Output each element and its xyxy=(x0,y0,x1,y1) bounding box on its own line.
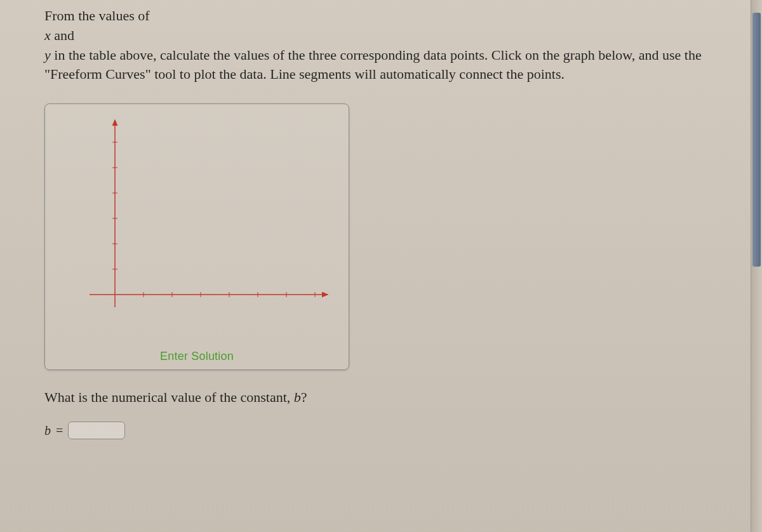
answer-equals: = xyxy=(56,423,63,438)
variable-y: y xyxy=(44,47,51,63)
variable-x: x xyxy=(44,27,51,43)
instructions-text: From the values of x and y in the table … xyxy=(44,6,718,84)
answer-label-b: b xyxy=(44,423,51,438)
instructions-and: and xyxy=(51,27,74,43)
graph-area[interactable] xyxy=(45,104,349,339)
instructions-body: in the table above, calculate the values… xyxy=(44,47,702,83)
b-value-input[interactable] xyxy=(68,422,125,439)
answer-row: b = xyxy=(44,422,718,439)
question-b-prompt: What is the numerical value of the const… xyxy=(44,389,718,406)
question-suffix: ? xyxy=(301,389,307,405)
axes-svg xyxy=(45,104,349,339)
question-prefix: What is the numerical value of the const… xyxy=(44,389,294,405)
question-content: From the values of x and y in the table … xyxy=(0,0,762,439)
instructions-line1: From the values of xyxy=(44,8,150,23)
enter-solution-button[interactable]: Enter Solution xyxy=(45,350,349,363)
vertical-scrollbar[interactable] xyxy=(751,0,762,532)
variable-b: b xyxy=(294,389,301,405)
graph-panel[interactable]: Enter Solution xyxy=(44,103,349,370)
scrollbar-thumb[interactable] xyxy=(752,13,761,267)
